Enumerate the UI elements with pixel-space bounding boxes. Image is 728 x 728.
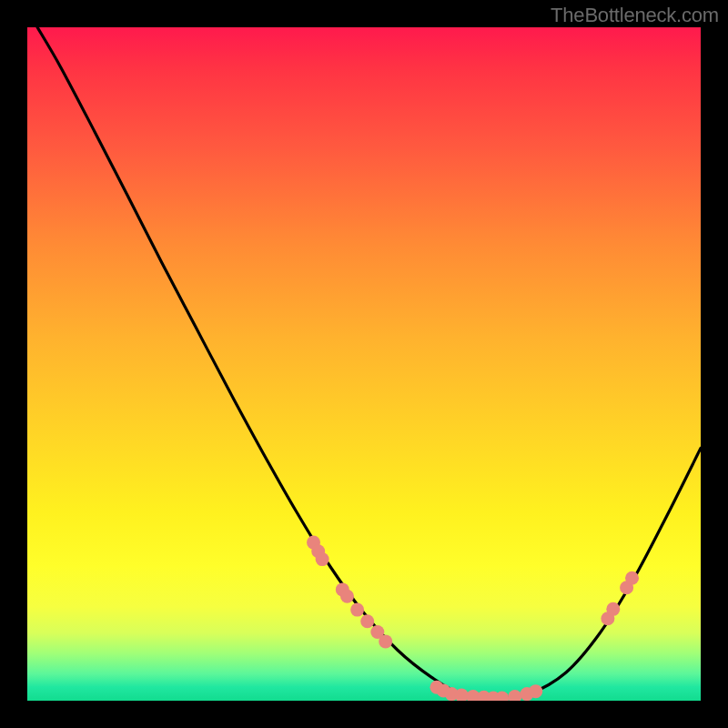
- data-marker: [360, 614, 374, 628]
- bottleneck-curve: [37, 27, 701, 697]
- chart-container: TheBottleneck.com: [0, 0, 728, 728]
- data-marker: [606, 602, 620, 616]
- data-marker: [508, 690, 521, 701]
- data-marker: [340, 590, 354, 603]
- data-marker: [379, 634, 392, 648]
- data-marker: [316, 552, 329, 566]
- chart-overlay: [27, 27, 701, 701]
- data-marker: [350, 603, 364, 617]
- marker-group: [307, 536, 639, 701]
- data-marker: [529, 684, 542, 698]
- data-marker: [625, 571, 639, 585]
- plot-frame: [27, 27, 701, 701]
- attribution-label: TheBottleneck.com: [551, 4, 719, 27]
